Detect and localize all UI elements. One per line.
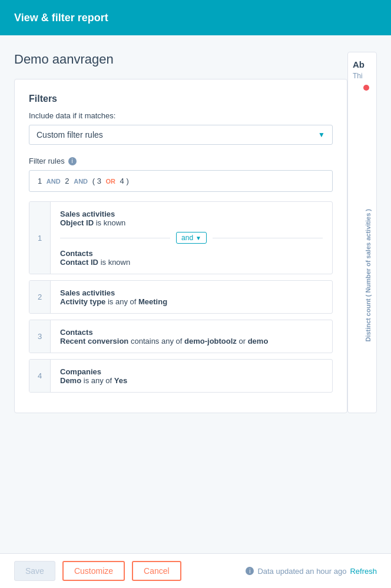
filter-row-3-condition: Recent conversion contains any of demo-j… <box>60 337 323 346</box>
filter-row-1-top-condition: Object ID is known <box>60 218 323 227</box>
filter-row-2-number: 2 <box>29 281 51 313</box>
left-panel: Demo aanvragen Filters Include data if i… <box>14 52 347 413</box>
filter-row-4-content: Companies Demo is any of Yes <box>51 360 332 392</box>
data-updated-info: i Data updated an hour ago Refresh <box>246 567 377 576</box>
right-panel-this: Thi <box>353 72 372 80</box>
filter-row-4-source: Companies <box>60 367 323 376</box>
filter-row-2-condition: Activity type is any of Meeting <box>60 297 323 306</box>
data-updated-text: Data updated an hour ago <box>257 567 346 576</box>
filter-row-4-number: 4 <box>29 360 51 392</box>
right-panel-ab: Ab <box>353 59 372 69</box>
right-panel: Ab Thi Distinct count ( Number of sales … <box>347 52 377 413</box>
filter-row-1-bottom-source: Contacts <box>60 248 323 258</box>
customize-button[interactable]: Customize <box>62 561 125 581</box>
header: View & filter report <box>0 0 391 35</box>
filter-row-2-content: Sales activities Activity type is any of… <box>51 281 332 313</box>
and-line-right <box>213 238 323 238</box>
refresh-link[interactable]: Refresh <box>350 567 377 576</box>
expr-num-1: 1 <box>38 177 42 185</box>
and-connector-button[interactable]: and ▼ <box>176 232 207 244</box>
filter-row-1-number: 1 <box>29 202 51 274</box>
filter-row-2-source: Sales activities <box>60 288 323 297</box>
right-panel-card: Ab Thi Distinct count ( Number of sales … <box>347 52 377 413</box>
filter-row-4-condition: Demo is any of Yes <box>60 376 323 385</box>
expr-or-1: OR <box>105 178 115 185</box>
cancel-button[interactable]: Cancel <box>132 561 181 581</box>
info-icon[interactable]: i <box>68 157 77 165</box>
filter-rules-label: Filter rules i <box>29 157 333 165</box>
expr-and-1: AND <box>47 178 61 185</box>
caret-down-icon: ▼ <box>196 235 201 241</box>
axis-label: Distinct count ( Number of sales activit… <box>365 209 372 342</box>
header-title: View & filter report <box>14 12 108 24</box>
filter-row-3-number: 3 <box>29 320 51 353</box>
filter-row-1-top-source: Sales activities <box>60 209 323 218</box>
page-title: Demo aanvragen <box>14 52 347 67</box>
expr-paren-open: ( <box>92 177 95 185</box>
expr-num-4: 4 <box>120 177 124 185</box>
filter-row-1-content: Sales activities Object ID is known and … <box>51 202 332 274</box>
expr-num-3: 3 <box>97 177 101 185</box>
and-connector: and ▼ <box>60 232 323 244</box>
expr-paren-close: ) <box>126 177 128 185</box>
status-dot <box>363 85 369 91</box>
filters-card: Filters Include data if it matches: Cust… <box>14 79 347 413</box>
save-button[interactable]: Save <box>14 561 55 581</box>
dropdown-value: Custom filter rules <box>37 130 103 139</box>
chevron-down-icon: ▼ <box>318 131 325 139</box>
main-content: Demo aanvragen Filters Include data if i… <box>0 35 391 460</box>
expr-num-2: 2 <box>65 177 69 185</box>
filter-row-1[interactable]: 1 Sales activities Object ID is known an… <box>29 201 333 274</box>
and-line-left <box>60 238 170 238</box>
filter-row-1-bottom-condition: Contact ID is known <box>60 258 323 267</box>
info-icon-bottom: i <box>246 567 254 575</box>
filter-row-3-source: Contacts <box>60 327 323 337</box>
bottom-bar: Save Customize Cancel i Data updated an … <box>0 553 391 588</box>
filter-expression: 1 AND 2 AND ( 3 OR 4 ) <box>29 170 333 192</box>
include-label: Include data if it matches: <box>29 111 333 120</box>
filter-row-3-content: Contacts Recent conversion contains any … <box>51 320 332 353</box>
filter-row-4[interactable]: 4 Companies Demo is any of Yes <box>29 359 333 393</box>
expr-and-2: AND <box>74 178 88 185</box>
filters-heading: Filters <box>29 94 333 104</box>
filter-type-dropdown[interactable]: Custom filter rules ▼ <box>29 125 333 145</box>
filter-row-2[interactable]: 2 Sales activities Activity type is any … <box>29 280 333 314</box>
filter-row-3[interactable]: 3 Contacts Recent conversion contains an… <box>29 320 333 353</box>
